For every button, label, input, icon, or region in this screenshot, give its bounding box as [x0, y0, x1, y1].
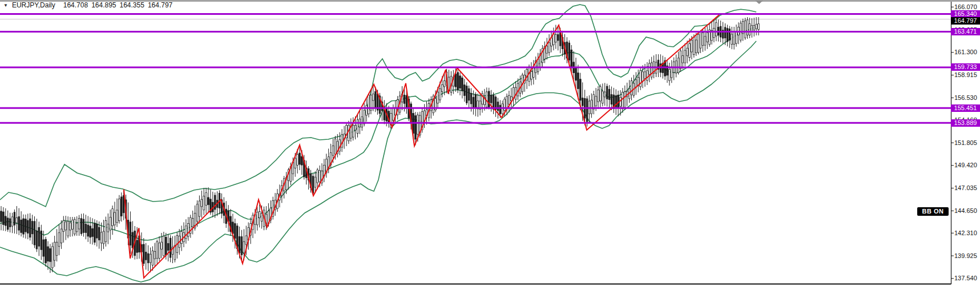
axis-tick-label: 137.540: [954, 275, 977, 281]
level-price-badge: 159.733: [951, 63, 980, 71]
symbol-timeframe-label: EURJPY,Daily: [12, 1, 55, 9]
axis-tick-label: 149.420: [954, 162, 977, 168]
quote-open: 164.708: [63, 1, 88, 9]
axis-tick-label: 144.650: [954, 208, 977, 214]
axis-tick-label: 166.070: [954, 4, 977, 10]
chart-frame: [0, 2, 954, 284]
level-price-badge: 165.340: [951, 10, 980, 18]
bb-toggle-label[interactable]: BB ON: [917, 207, 949, 216]
scroll-to-end-icon[interactable]: [755, 1, 763, 4]
axis-tick-label: 151.805: [954, 140, 977, 146]
quote-low: 164.355: [120, 1, 144, 9]
bollinger-bands: [0, 5, 756, 282]
current-price-badge: 164.797: [951, 17, 980, 25]
bollinger-middle-band: [0, 27, 755, 240]
chart-header: ▼ EURJPY,Daily 164.708 164.895 164.355 1…: [3, 1, 176, 9]
axis-tick-label: 158.915: [954, 72, 977, 78]
axis-tick-label: 156.530: [954, 95, 977, 101]
quote-high: 164.895: [91, 1, 116, 9]
axis-tick-label: 139.925: [954, 253, 977, 259]
level-price-badge: 155.451: [951, 104, 980, 112]
axis-tick-label: 142.310: [954, 230, 977, 236]
axis-tick-label: 147.035: [954, 185, 977, 191]
candlesticks: [1, 17, 760, 273]
level-price-badge: 153.889: [951, 119, 980, 127]
price-chart-canvas[interactable]: [0, 0, 980, 286]
zigzag-line: [124, 15, 719, 278]
axis-tick-label: 161.300: [954, 49, 977, 55]
quote-close: 164.797: [148, 1, 172, 9]
level-price-badge: 163.471: [951, 28, 980, 35]
symbol-dropdown-icon[interactable]: ▼: [3, 3, 8, 8]
